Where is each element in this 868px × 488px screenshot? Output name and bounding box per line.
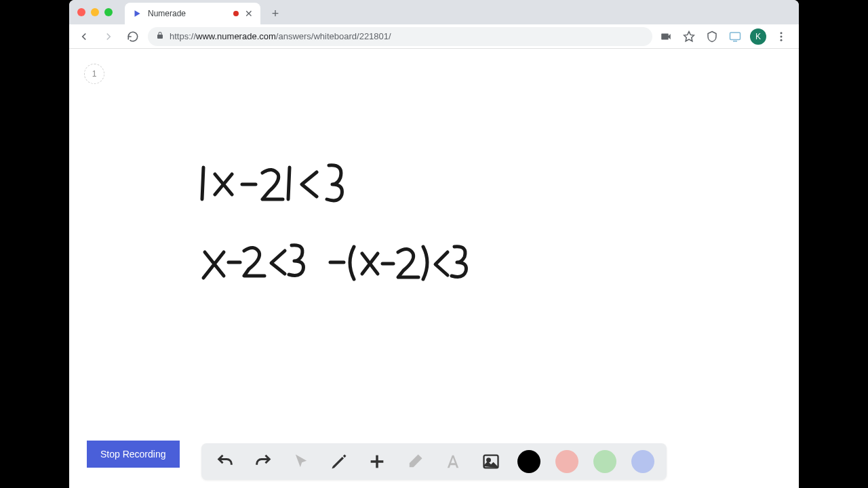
stop-recording-button[interactable]: Stop Recording: [87, 441, 180, 468]
undo-button[interactable]: [214, 450, 237, 473]
add-tool[interactable]: [366, 450, 389, 473]
svg-point-4: [781, 32, 783, 34]
color-black[interactable]: [517, 450, 540, 473]
color-green[interactable]: [593, 450, 616, 473]
tab-favicon-icon: [132, 8, 142, 19]
bookmark-star-icon[interactable]: [681, 28, 697, 45]
close-window-button[interactable]: [77, 8, 85, 16]
svg-marker-1: [684, 31, 694, 41]
profile-avatar[interactable]: K: [750, 28, 766, 45]
url-path: /answers/whiteboard/221801/: [276, 31, 391, 41]
stop-recording-label: Stop Recording: [100, 449, 166, 460]
back-button[interactable]: [75, 27, 94, 46]
toolbar-right: K: [658, 28, 793, 45]
svg-point-5: [781, 35, 783, 37]
url-scheme: https://: [170, 31, 196, 41]
titlebar: Numerade ✕ +: [69, 0, 799, 24]
color-blue[interactable]: [631, 450, 654, 473]
browser-tab[interactable]: Numerade ✕: [125, 3, 260, 24]
pen-tool[interactable]: [328, 450, 351, 473]
forward-button[interactable]: [99, 27, 118, 46]
whiteboard-toolbar: [201, 443, 667, 480]
window-controls: [77, 8, 113, 16]
browser-window: Numerade ✕ + https://www.numerade.com/an…: [69, 0, 799, 488]
text-tool[interactable]: [441, 450, 465, 473]
image-tool[interactable]: [479, 450, 502, 473]
lock-icon: [156, 31, 164, 41]
maximize-window-button[interactable]: [104, 8, 113, 16]
new-tab-button[interactable]: +: [266, 4, 285, 23]
svg-rect-2: [730, 33, 741, 40]
svg-marker-0: [135, 10, 140, 16]
browser-toolbar: https://www.numerade.com/answers/whitebo…: [69, 24, 799, 49]
url-text: https://www.numerade.com/answers/whitebo…: [170, 31, 644, 41]
cast-icon[interactable]: [727, 28, 743, 45]
avatar-initial: K: [755, 32, 761, 41]
eraser-tool[interactable]: [403, 450, 427, 473]
redo-button[interactable]: [252, 450, 275, 473]
whiteboard-canvas[interactable]: [69, 49, 799, 488]
shield-icon[interactable]: [704, 28, 720, 45]
tab-close-button[interactable]: ✕: [244, 9, 254, 18]
pointer-tool[interactable]: [290, 450, 313, 473]
minimize-window-button[interactable]: [91, 8, 99, 16]
reload-button[interactable]: [123, 27, 142, 46]
page-content: 1: [69, 49, 799, 488]
color-red[interactable]: [555, 450, 578, 473]
svg-point-10: [487, 458, 490, 462]
camera-icon[interactable]: [658, 28, 674, 45]
tab-title: Numerade: [148, 9, 228, 18]
url-host: www.numerade.com: [196, 31, 276, 41]
svg-point-6: [781, 39, 783, 41]
menu-button[interactable]: [773, 28, 789, 45]
address-bar[interactable]: https://www.numerade.com/answers/whitebo…: [148, 27, 652, 46]
recording-indicator-icon: [233, 11, 239, 16]
